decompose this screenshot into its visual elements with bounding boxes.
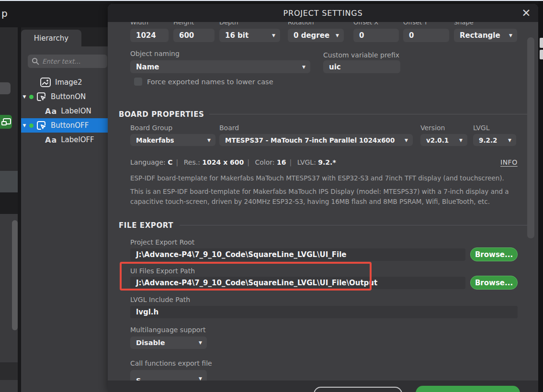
chevron-down-icon: ▼ bbox=[405, 138, 408, 143]
right-panel-sliver bbox=[538, 0, 543, 392]
cancel-button[interactable] bbox=[314, 387, 402, 392]
close-icon[interactable]: ✕ bbox=[519, 6, 533, 20]
custom-variable-prefix-value: uic bbox=[329, 63, 341, 71]
separator: | bbox=[244, 158, 253, 166]
widget-strip-scrollbar[interactable] bbox=[12, 220, 18, 330]
multilanguage-support-label: Multilanguage support bbox=[130, 326, 206, 334]
multilanguage-value: Disable bbox=[136, 339, 165, 347]
version-value: v2.0.1 bbox=[426, 136, 449, 144]
offset-y-input[interactable]: 0 bbox=[403, 29, 449, 42]
project-export-root-label: Project Export Root bbox=[130, 238, 194, 246]
expand-caret-icon[interactable]: ▼ bbox=[21, 94, 28, 99]
object-naming-select[interactable]: Name ▼ bbox=[130, 60, 310, 73]
tab-hierarchy[interactable]: Hierarchy bbox=[21, 30, 81, 46]
hierarchy-search-input[interactable]: Enter text... bbox=[28, 55, 107, 68]
visible-dot-icon[interactable] bbox=[29, 95, 34, 99]
left-panel-block bbox=[0, 192, 18, 214]
chevron-down-icon: ▼ bbox=[199, 340, 202, 345]
chevron-down-icon: ▼ bbox=[509, 33, 512, 38]
menu-partial-text: p bbox=[1, 8, 8, 19]
custom-variable-prefix-input[interactable]: uic bbox=[323, 60, 400, 73]
ui-files-export-path-label: UI Files Export Path bbox=[130, 267, 195, 275]
custom-variable-prefix-label: Custom variable prefix bbox=[323, 51, 399, 59]
apply-button[interactable] bbox=[416, 386, 520, 392]
chevron-down-icon: ▼ bbox=[508, 138, 511, 143]
widget-palette-strip: n bbox=[0, 27, 18, 392]
rotation-select[interactable]: 0 degree ▼ bbox=[288, 29, 344, 42]
chevron-down-icon: ▼ bbox=[459, 138, 463, 143]
ui-files-export-path-value: J:\Advance-P4\7_9_10_Code\SquareLine_LVG… bbox=[136, 279, 377, 287]
browse-ui-files-button[interactable]: Browse... bbox=[470, 276, 518, 290]
tree-item-label: LabelON bbox=[61, 107, 91, 115]
chevron-down-icon: ▼ bbox=[302, 65, 305, 69]
expand-caret-icon[interactable]: ▼ bbox=[21, 123, 28, 128]
lvgl-select[interactable]: 9.2.2 ▼ bbox=[473, 134, 516, 146]
info-link[interactable]: INFO bbox=[500, 158, 518, 166]
chevron-down-icon: ▼ bbox=[336, 33, 339, 38]
project-export-root-input[interactable]: J:\Advance-P4\7_9_10_Code\SquareLine_LVG… bbox=[130, 248, 465, 261]
board-description-2: This is an ESP-IDF board-template for Ma… bbox=[130, 187, 520, 206]
summary-lvgl-value: 9.2.* bbox=[318, 158, 336, 166]
res-value: 1024 x 600 bbox=[202, 158, 244, 166]
tree-item-buttonoff-selected[interactable]: ▼ ButtonOFF bbox=[21, 118, 108, 133]
chevron-down-icon: ▼ bbox=[272, 33, 275, 38]
left-panel-block bbox=[0, 171, 18, 192]
version-select[interactable]: v2.0.1 ▼ bbox=[420, 134, 467, 146]
search-placeholder: Enter text... bbox=[42, 57, 80, 65]
force-lowercase-checkbox[interactable] bbox=[134, 78, 142, 86]
visible-dot-icon[interactable] bbox=[29, 123, 34, 128]
section-divider bbox=[180, 225, 529, 225]
language-label: Language: bbox=[130, 158, 166, 166]
offset-x-input[interactable]: 0 bbox=[353, 29, 399, 42]
lvgl-include-path-value: lvgl.h bbox=[136, 308, 158, 316]
left-panel-block bbox=[0, 362, 18, 380]
browse-button-label: Browse... bbox=[475, 279, 513, 287]
dialog-footer bbox=[108, 381, 538, 392]
tree-item-label: Image2 bbox=[55, 78, 82, 87]
left-panel-block bbox=[0, 380, 18, 392]
version-label: Version bbox=[420, 124, 445, 132]
panel-icon bbox=[0, 115, 12, 129]
image-icon bbox=[40, 77, 51, 88]
language-value: C bbox=[168, 158, 172, 166]
browse-project-root-button[interactable]: Browse... bbox=[470, 247, 518, 261]
window-top-edge bbox=[0, 0, 543, 1]
multilanguage-select[interactable]: Disable ▼ bbox=[130, 336, 207, 349]
ui-files-export-path-input[interactable]: J:\Advance-P4\7_9_10_Code\SquareLine_LVG… bbox=[130, 277, 465, 289]
shape-select[interactable]: Rectangle ▼ bbox=[454, 29, 517, 42]
shape-value: Rectangle bbox=[460, 31, 500, 40]
chevron-down-icon: ▼ bbox=[207, 138, 211, 143]
lvgl-label: LVGL bbox=[473, 124, 490, 132]
tree-item-buttonon[interactable]: ▼ ButtonON bbox=[21, 90, 108, 104]
widget-palette-item-active[interactable] bbox=[0, 115, 12, 129]
board-select[interactable]: MTESPS37 - MaTouch 7-inch Parallel 1024x… bbox=[219, 134, 413, 146]
board-label: Board bbox=[219, 124, 239, 132]
search-icon bbox=[32, 57, 39, 65]
board-group-value: Makerfabs bbox=[136, 136, 174, 144]
offset-y-value: 0 bbox=[409, 31, 414, 40]
tree-item-labelon[interactable]: Aa LabelON bbox=[21, 104, 108, 118]
tree-item-label: ButtonON bbox=[51, 92, 86, 101]
label-icon: Aa bbox=[45, 107, 57, 116]
tree-item-labeloff[interactable]: Aa LabelOFF bbox=[21, 133, 108, 147]
tree-item-image2[interactable]: Image2 bbox=[21, 75, 108, 90]
height-input[interactable]: 600 bbox=[173, 29, 215, 42]
right-panel-partial-icon bbox=[540, 38, 543, 48]
dialog-scrollbar[interactable] bbox=[527, 37, 534, 238]
button-icon bbox=[35, 91, 47, 102]
lvgl-include-path-input[interactable]: lvgl.h bbox=[130, 306, 518, 318]
board-properties-heading: BOARD PROPERTIES bbox=[119, 110, 204, 119]
tab-hierarchy-label: Hierarchy bbox=[34, 34, 69, 43]
right-panel-partial-icon bbox=[540, 50, 543, 59]
rotation-value: 0 degree bbox=[294, 31, 329, 40]
object-naming-label: Object naming bbox=[130, 50, 180, 57]
lvgl-include-path-label: LVGL Include Path bbox=[130, 296, 190, 303]
widget-palette-item[interactable] bbox=[0, 82, 11, 94]
width-input[interactable]: 1024 bbox=[130, 29, 169, 42]
board-group-select[interactable]: Makerfabs ▼ bbox=[130, 134, 215, 146]
label-icon: Aa bbox=[45, 135, 57, 145]
lvgl-value: 9.2.2 bbox=[479, 136, 497, 144]
depth-select[interactable]: 16 bit ▼ bbox=[219, 29, 280, 42]
board-group-label: Board Group bbox=[130, 124, 172, 132]
res-label: Res.: bbox=[184, 158, 200, 166]
